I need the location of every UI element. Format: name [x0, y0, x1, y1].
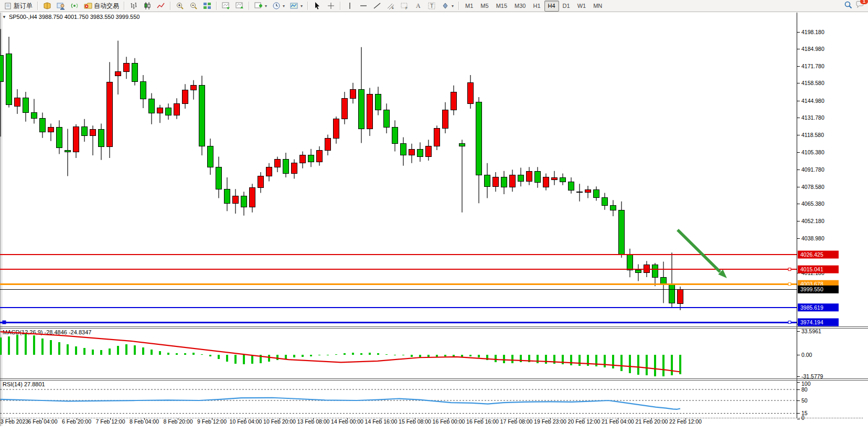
macd-histogram-bar — [629, 355, 631, 373]
price-tick-label: 4052.180 — [801, 218, 824, 224]
signals-icon[interactable] — [68, 1, 81, 12]
macd-tick-label: -31.5779 — [801, 373, 823, 379]
macd-histogram-bar — [469, 355, 471, 356]
text-label-icon[interactable]: T — [425, 1, 438, 12]
search-icon[interactable] — [844, 1, 852, 11]
price-tick-label: 4158.580 — [801, 80, 824, 86]
dropdown-arrow-icon[interactable]: ▾ — [283, 4, 285, 8]
macd-histogram-bar — [302, 355, 304, 357]
candle-up — [527, 172, 532, 182]
market-watch-icon[interactable] — [40, 1, 54, 12]
crosshair-icon[interactable] — [324, 1, 338, 12]
zoom-in-icon[interactable] — [173, 1, 187, 12]
candle-down — [216, 167, 222, 189]
chart-shift-icon[interactable] — [233, 1, 247, 12]
timeframe-mn-button[interactable]: MN — [590, 1, 606, 12]
macd-histogram-bar — [360, 353, 362, 355]
collapse-icon[interactable]: ▼ — [2, 15, 6, 19]
candle-up — [258, 176, 264, 188]
resistance-line-2-handle[interactable] — [788, 268, 791, 271]
data-window-icon[interactable] — [54, 1, 68, 12]
candle-down — [359, 89, 365, 129]
periods-icon[interactable]: ▾ — [270, 1, 287, 12]
timeframe-m5-button[interactable]: M5 — [477, 1, 492, 12]
rsi-pane[interactable] — [0, 389, 797, 414]
macd-histogram-bar — [344, 353, 346, 355]
time-tick-label: 22 Feb 12:00 — [669, 418, 702, 425]
macd-histogram-bar — [100, 350, 102, 355]
autotrading-button-label: 自动交易 — [94, 2, 119, 10]
candle-up — [300, 155, 306, 163]
down-trend-arrow[interactable] — [678, 230, 727, 278]
chart-title-bar[interactable]: ▼ SP500-,H4 3988.750 4001.750 3983.550 3… — [2, 13, 140, 20]
candle-down — [241, 196, 247, 207]
macd-histogram-bar — [209, 355, 211, 356]
autotrading-button[interactable]: 自动交易 — [81, 1, 122, 12]
time-tick-label: 19 Feb 23:00 — [534, 418, 566, 425]
timeframe-w1-button[interactable]: W1 — [574, 1, 590, 12]
text-icon[interactable]: A — [411, 1, 425, 12]
chat-notification-badge: 1 — [860, 0, 868, 4]
main-price-pane[interactable] — [0, 29, 683, 310]
macd-histogram-bar — [453, 355, 455, 356]
toolbar-separator — [307, 2, 308, 10]
timeframe-h1-button[interactable]: H1 — [529, 1, 544, 12]
auto-scroll-icon[interactable] — [219, 1, 233, 12]
horizontal-line-icon[interactable] — [357, 1, 370, 12]
price-tick-label: 4065.380 — [801, 200, 824, 207]
support-line-blue-2-handle[interactable] — [3, 321, 6, 324]
macd-histogram-bar — [495, 355, 497, 362]
equidistant-channel-icon[interactable]: E — [384, 1, 398, 12]
candle-up — [510, 175, 516, 187]
dropdown-arrow-icon[interactable]: ▾ — [265, 4, 267, 8]
chat-icon[interactable]: 1 — [855, 1, 865, 11]
timeframe-m30-button[interactable]: M30 — [511, 1, 529, 12]
new-order-glyph — [5, 2, 12, 9]
candle-down — [132, 64, 138, 82]
timeframe-h4-button[interactable]: H4 — [544, 1, 559, 12]
timeframe-m1-button[interactable]: M1 — [462, 1, 477, 12]
candle-down — [65, 150, 71, 152]
candlestick-chart-type-icon[interactable] — [141, 1, 154, 12]
support-line-blue-2-handle[interactable] — [788, 321, 791, 324]
crosshair-icon-glyph — [327, 2, 335, 10]
candle-up — [443, 110, 448, 129]
chart-canvas[interactable]: 4198.1804184.9804171.7804158.5804144.980… — [0, 0, 868, 433]
trendline-icon[interactable] — [370, 1, 384, 12]
chart-shift-icon-glyph — [235, 2, 244, 10]
vertical-line-icon[interactable] — [343, 1, 357, 12]
line-chart-type-icon[interactable] — [154, 1, 168, 12]
price-tick-label: 4198.180 — [801, 29, 824, 35]
macd-histogram-bar — [436, 355, 438, 357]
support-line-orange-handle[interactable] — [788, 283, 791, 286]
dropdown-arrow-icon[interactable]: ▾ — [301, 4, 303, 8]
fibonacci-icon[interactable]: F — [398, 1, 411, 12]
macd-histogram-bar — [16, 335, 18, 355]
macd-histogram-bar — [545, 355, 547, 364]
macd-histogram-bar — [637, 355, 639, 375]
bar-chart-type-icon[interactable] — [127, 1, 141, 12]
line-chart-type-icon-glyph — [157, 2, 165, 10]
dropdown-arrow-icon[interactable]: ▾ — [452, 4, 454, 8]
horizontal-lines[interactable] — [0, 255, 797, 324]
templates-icon[interactable]: ▾ — [287, 1, 305, 12]
time-tick-label: 8 Feb 20:00 — [163, 418, 192, 425]
timeframe-d1-button[interactable]: D1 — [559, 1, 574, 12]
new-order-button[interactable]: 新订单 — [2, 1, 35, 12]
macd-pane[interactable] — [0, 332, 681, 376]
cursor-icon[interactable] — [310, 1, 324, 12]
candle-down — [308, 155, 314, 162]
candle-up — [73, 127, 79, 152]
candle-down — [23, 98, 29, 112]
candle-down — [459, 144, 465, 146]
candle-up — [334, 119, 339, 139]
arrows-objects-icon[interactable]: ▾ — [438, 1, 456, 12]
new-chart-icon[interactable]: ▾ — [252, 1, 270, 12]
zoom-out-icon[interactable] — [187, 1, 200, 12]
candle-up — [107, 82, 113, 147]
macd-histogram-bar — [75, 346, 77, 355]
time-tick-label: 20 Feb 12:00 — [568, 418, 601, 425]
tile-windows-icon[interactable] — [200, 1, 214, 12]
candle-up — [174, 103, 180, 115]
timeframe-m15-button[interactable]: M15 — [492, 1, 511, 12]
